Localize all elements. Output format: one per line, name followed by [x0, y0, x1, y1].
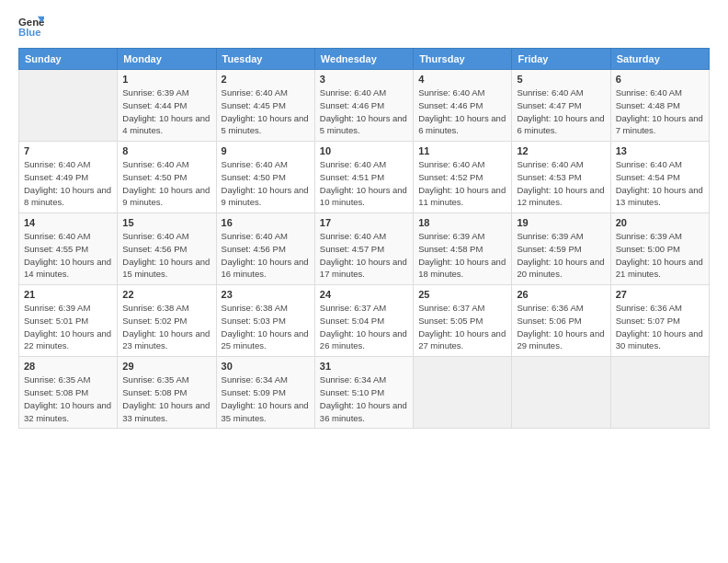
calendar-cell: 17Sunrise: 6:40 AMSunset: 4:57 PMDayligh… [314, 213, 413, 285]
day-number: 17 [320, 217, 408, 228]
calendar-cell: 30Sunrise: 6:34 AMSunset: 5:09 PMDayligh… [216, 357, 314, 429]
calendar-cell: 29Sunrise: 6:35 AMSunset: 5:08 PMDayligh… [118, 357, 216, 429]
calendar-cell: 5Sunrise: 6:40 AMSunset: 4:47 PMDaylight… [512, 70, 610, 142]
day-number: 13 [616, 145, 704, 156]
calendar-cell: 25Sunrise: 6:37 AMSunset: 5:05 PMDayligh… [414, 285, 512, 357]
day-info: Sunrise: 6:40 AMSunset: 4:50 PMDaylight:… [122, 158, 210, 209]
calendar-cell: 15Sunrise: 6:40 AMSunset: 4:56 PMDayligh… [118, 213, 216, 285]
calendar-row-0: 1Sunrise: 6:39 AMSunset: 4:44 PMDaylight… [19, 70, 710, 142]
calendar-cell: 12Sunrise: 6:40 AMSunset: 4:53 PMDayligh… [512, 142, 610, 213]
calendar-cell: 26Sunrise: 6:36 AMSunset: 5:06 PMDayligh… [512, 285, 610, 357]
day-number: 20 [616, 217, 704, 228]
day-number: 19 [517, 217, 605, 228]
day-info: Sunrise: 6:40 AMSunset: 4:50 PMDaylight:… [222, 158, 310, 209]
day-number: 21 [24, 289, 112, 300]
calendar-cell: 3Sunrise: 6:40 AMSunset: 4:46 PMDaylight… [314, 70, 413, 142]
calendar-cell: 22Sunrise: 6:38 AMSunset: 5:02 PMDayligh… [118, 285, 216, 357]
weekday-header-wednesday: Wednesday [314, 49, 413, 70]
day-number: 3 [320, 74, 408, 85]
day-number: 1 [122, 74, 210, 85]
day-number: 23 [222, 289, 310, 300]
day-number: 8 [122, 145, 210, 156]
day-info: Sunrise: 6:37 AMSunset: 5:04 PMDaylight:… [320, 302, 408, 352]
weekday-header-sunday: Sunday [19, 49, 118, 70]
day-number: 22 [122, 289, 210, 300]
calendar-cell: 6Sunrise: 6:40 AMSunset: 4:48 PMDaylight… [610, 70, 709, 142]
day-info: Sunrise: 6:40 AMSunset: 4:54 PMDaylight:… [616, 158, 704, 209]
calendar-cell: 13Sunrise: 6:40 AMSunset: 4:54 PMDayligh… [610, 142, 709, 213]
logo: General Blue [18, 15, 44, 40]
calendar-cell: 23Sunrise: 6:38 AMSunset: 5:03 PMDayligh… [216, 285, 314, 357]
day-info: Sunrise: 6:38 AMSunset: 5:02 PMDaylight:… [122, 302, 210, 352]
calendar-header: General Blue [18, 15, 710, 40]
calendar-table: SundayMondayTuesdayWednesdayThursdayFrid… [18, 48, 710, 429]
svg-text:Blue: Blue [18, 27, 41, 38]
day-number: 15 [122, 217, 210, 228]
day-info: Sunrise: 6:39 AMSunset: 4:59 PMDaylight:… [517, 230, 605, 281]
calendar-cell: 19Sunrise: 6:39 AMSunset: 4:59 PMDayligh… [512, 213, 610, 285]
day-info: Sunrise: 6:40 AMSunset: 4:52 PMDaylight:… [418, 158, 506, 209]
day-info: Sunrise: 6:35 AMSunset: 5:08 PMDaylight:… [24, 373, 112, 424]
day-info: Sunrise: 6:40 AMSunset: 4:56 PMDaylight:… [222, 230, 310, 281]
day-number: 7 [24, 145, 112, 156]
calendar-cell: 16Sunrise: 6:40 AMSunset: 4:56 PMDayligh… [216, 213, 314, 285]
calendar-cell: 11Sunrise: 6:40 AMSunset: 4:52 PMDayligh… [414, 142, 512, 213]
day-number: 16 [222, 217, 310, 228]
day-info: Sunrise: 6:37 AMSunset: 5:05 PMDaylight:… [418, 302, 506, 352]
calendar-cell [19, 70, 118, 142]
calendar-cell: 21Sunrise: 6:39 AMSunset: 5:01 PMDayligh… [19, 285, 118, 357]
day-info: Sunrise: 6:40 AMSunset: 4:55 PMDaylight:… [24, 230, 112, 281]
calendar-cell: 18Sunrise: 6:39 AMSunset: 4:58 PMDayligh… [414, 213, 512, 285]
day-number: 9 [222, 145, 310, 156]
calendar-row-3: 21Sunrise: 6:39 AMSunset: 5:01 PMDayligh… [19, 285, 710, 357]
weekday-header-thursday: Thursday [414, 49, 512, 70]
calendar-cell: 27Sunrise: 6:36 AMSunset: 5:07 PMDayligh… [610, 285, 709, 357]
day-info: Sunrise: 6:34 AMSunset: 5:10 PMDaylight:… [320, 373, 408, 424]
day-info: Sunrise: 6:40 AMSunset: 4:56 PMDaylight:… [122, 230, 210, 281]
day-info: Sunrise: 6:38 AMSunset: 5:03 PMDaylight:… [222, 302, 310, 352]
calendar-row-2: 14Sunrise: 6:40 AMSunset: 4:55 PMDayligh… [19, 213, 710, 285]
day-info: Sunrise: 6:39 AMSunset: 4:44 PMDaylight:… [122, 86, 210, 137]
day-info: Sunrise: 6:39 AMSunset: 5:01 PMDaylight:… [24, 302, 112, 352]
day-number: 24 [320, 289, 408, 300]
day-info: Sunrise: 6:40 AMSunset: 4:46 PMDaylight:… [320, 86, 408, 137]
calendar-page: General Blue SundayMondayTuesdayWednesda… [0, 0, 728, 563]
day-number: 11 [418, 145, 506, 156]
weekday-header-monday: Monday [118, 49, 216, 70]
calendar-cell: 31Sunrise: 6:34 AMSunset: 5:10 PMDayligh… [314, 357, 413, 429]
day-info: Sunrise: 6:40 AMSunset: 4:48 PMDaylight:… [616, 86, 704, 137]
day-info: Sunrise: 6:39 AMSunset: 4:58 PMDaylight:… [418, 230, 506, 281]
day-info: Sunrise: 6:40 AMSunset: 4:45 PMDaylight:… [222, 86, 310, 137]
weekday-header-row: SundayMondayTuesdayWednesdayThursdayFrid… [19, 49, 710, 70]
day-info: Sunrise: 6:34 AMSunset: 5:09 PMDaylight:… [222, 373, 310, 424]
day-info: Sunrise: 6:36 AMSunset: 5:06 PMDaylight:… [517, 302, 605, 352]
logo-icon: General Blue [18, 15, 44, 40]
day-number: 10 [320, 145, 408, 156]
calendar-cell: 14Sunrise: 6:40 AMSunset: 4:55 PMDayligh… [19, 213, 118, 285]
calendar-cell: 1Sunrise: 6:39 AMSunset: 4:44 PMDaylight… [118, 70, 216, 142]
day-number: 18 [418, 217, 506, 228]
calendar-cell [414, 357, 512, 429]
day-number: 14 [24, 217, 112, 228]
day-info: Sunrise: 6:40 AMSunset: 4:47 PMDaylight:… [517, 86, 605, 137]
calendar-cell: 20Sunrise: 6:39 AMSunset: 5:00 PMDayligh… [610, 213, 709, 285]
calendar-cell: 28Sunrise: 6:35 AMSunset: 5:08 PMDayligh… [19, 357, 118, 429]
day-number: 27 [616, 289, 704, 300]
day-number: 25 [418, 289, 506, 300]
day-info: Sunrise: 6:36 AMSunset: 5:07 PMDaylight:… [616, 302, 704, 352]
calendar-cell: 4Sunrise: 6:40 AMSunset: 4:46 PMDaylight… [414, 70, 512, 142]
calendar-cell: 10Sunrise: 6:40 AMSunset: 4:51 PMDayligh… [314, 142, 413, 213]
calendar-cell: 2Sunrise: 6:40 AMSunset: 4:45 PMDaylight… [216, 70, 314, 142]
day-number: 29 [122, 361, 210, 372]
calendar-row-1: 7Sunrise: 6:40 AMSunset: 4:49 PMDaylight… [19, 142, 710, 213]
calendar-cell: 8Sunrise: 6:40 AMSunset: 4:50 PMDaylight… [118, 142, 216, 213]
calendar-row-4: 28Sunrise: 6:35 AMSunset: 5:08 PMDayligh… [19, 357, 710, 429]
day-number: 28 [24, 361, 112, 372]
day-number: 31 [320, 361, 408, 372]
calendar-cell [610, 357, 709, 429]
calendar-cell [512, 357, 610, 429]
day-number: 26 [517, 289, 605, 300]
calendar-cell: 24Sunrise: 6:37 AMSunset: 5:04 PMDayligh… [314, 285, 413, 357]
weekday-header-friday: Friday [512, 49, 610, 70]
day-info: Sunrise: 6:40 AMSunset: 4:57 PMDaylight:… [320, 230, 408, 281]
